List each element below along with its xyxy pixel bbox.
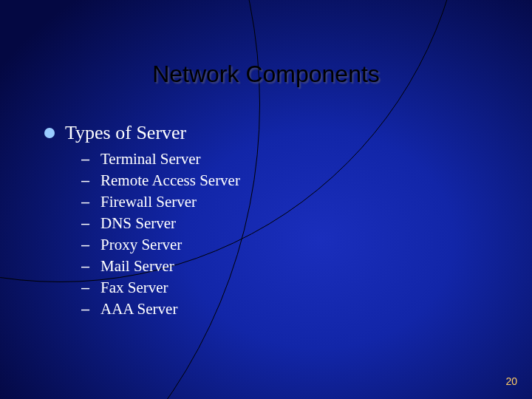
- dash-icon: –: [81, 215, 100, 232]
- list-item: – Firewall Server: [81, 193, 240, 211]
- list-item: – Remote Access Server: [81, 171, 240, 190]
- bullet-icon: [44, 128, 55, 138]
- bullet-text: Types of Server: [65, 122, 186, 144]
- sub-text: Terminal Server: [100, 150, 201, 168]
- sub-text: Proxy Server: [100, 236, 182, 254]
- dash-icon: –: [81, 301, 100, 318]
- list-item: – Mail Server: [81, 257, 240, 276]
- content-area: Types of Server – Terminal Server – Remo…: [44, 122, 240, 321]
- dash-icon: –: [81, 258, 100, 275]
- dash-icon: –: [81, 194, 100, 211]
- dash-icon: –: [81, 172, 100, 189]
- sub-text: DNS Server: [100, 214, 176, 233]
- dash-icon: –: [81, 151, 100, 168]
- sublist: – Terminal Server – Remote Access Server…: [81, 150, 240, 318]
- list-item: – Terminal Server: [81, 150, 240, 168]
- bullet-row: Types of Server: [44, 122, 240, 144]
- list-item: – Proxy Server: [81, 236, 240, 254]
- sub-text: AAA Server: [100, 300, 177, 318]
- list-item: – AAA Server: [81, 300, 240, 318]
- slide-title: Network Components: [0, 61, 532, 88]
- dash-icon: –: [81, 279, 100, 296]
- list-item: – DNS Server: [81, 214, 240, 233]
- sub-text: Mail Server: [100, 257, 174, 276]
- dash-icon: –: [81, 236, 100, 253]
- slide: Network Components Types of Server – Ter…: [0, 0, 532, 399]
- page-number: 20: [505, 375, 517, 387]
- sub-text: Remote Access Server: [100, 171, 240, 190]
- list-item: – Fax Server: [81, 279, 240, 297]
- sub-text: Firewall Server: [100, 193, 197, 211]
- sub-text: Fax Server: [100, 279, 168, 297]
